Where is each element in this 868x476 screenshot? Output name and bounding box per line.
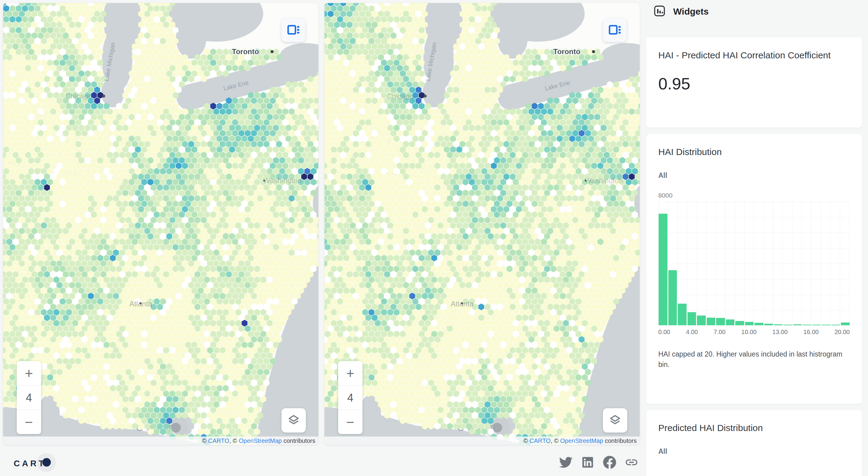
widget-title: Predicted HAI Distribution	[658, 421, 850, 435]
layers-icon	[609, 413, 622, 428]
linkedin-button[interactable]	[581, 456, 595, 470]
hexbin-map-canvas[interactable]	[3, 3, 318, 445]
zoom-in-button[interactable]: +	[17, 361, 41, 385]
widgets-icon	[654, 5, 665, 18]
histogram-bar[interactable]	[754, 323, 763, 325]
correlation-widget-card: HAI - Predicted HAI Correlation Coeffici…	[646, 37, 862, 128]
histogram-bar[interactable]	[707, 318, 715, 326]
carto-logo[interactable]: CART	[14, 454, 65, 472]
histogram-bar[interactable]	[832, 325, 840, 325]
carto-logo-dot	[42, 458, 51, 467]
zoom-out-button[interactable]: −	[338, 410, 363, 434]
histogram-bar[interactable]	[678, 304, 687, 325]
share-link-button[interactable]	[624, 456, 639, 470]
sidebar-title: Widgets	[673, 6, 709, 17]
widgets-sidebar[interactable]: Widgets HAI - Predicted HAI Correlation …	[645, 0, 868, 476]
histogram-bar[interactable]	[726, 319, 735, 325]
map-zoom-control[interactable]: + 4 −	[17, 361, 41, 434]
histogram-bar[interactable]	[841, 322, 850, 325]
hai-histogram[interactable]	[658, 202, 850, 326]
twitter-button[interactable]	[559, 456, 573, 470]
osm-attribution-link[interactable]: OpenStreetMap	[560, 437, 603, 444]
histogram-bar[interactable]	[803, 325, 811, 325]
facebook-icon	[603, 456, 616, 470]
y-axis-max-label: 8000	[658, 192, 850, 199]
histogram-bar[interactable]	[764, 324, 773, 325]
histogram-bar[interactable]	[687, 312, 696, 325]
x-tick-label: 13.00	[772, 329, 788, 336]
x-tick-label: 0.00	[658, 329, 670, 336]
plus-icon: +	[25, 366, 33, 380]
map-attribution: © CARTO, © OpenStreetMap contributors	[324, 437, 640, 445]
histogram-bar[interactable]	[697, 315, 706, 325]
hai-distribution-widget-card: HAI Distribution All 8000 0.004.007.0010…	[646, 134, 862, 404]
attribution-text: ©	[524, 437, 530, 444]
osm-attribution-link[interactable]: OpenStreetMap	[239, 437, 282, 444]
link-icon	[624, 455, 639, 470]
zoom-in-button[interactable]: +	[338, 361, 363, 385]
histogram-bar[interactable]	[812, 325, 821, 325]
filter-scope-label: All	[658, 171, 850, 180]
facebook-button[interactable]	[602, 456, 617, 470]
plus-icon: +	[346, 366, 354, 380]
basemap-layers-button[interactable]	[603, 408, 627, 433]
carto-logo-text: CART	[14, 459, 46, 468]
attribution-text: ©	[202, 437, 208, 444]
map-zoom-control[interactable]: + 4 −	[338, 361, 363, 434]
histogram-bar[interactable]	[822, 325, 831, 325]
correlation-value: 0.95	[658, 74, 850, 93]
filter-scope-label: All	[658, 447, 850, 456]
zoom-out-button[interactable]: −	[17, 410, 41, 434]
histogram-note: HAI capped at 20. Higher values included…	[658, 349, 850, 370]
twitter-icon	[559, 456, 572, 470]
x-tick-label: 20.00	[835, 329, 850, 336]
layers-icon	[287, 413, 300, 428]
histogram-x-axis: 0.004.007.0010.0013.0016.0020.00	[658, 329, 850, 336]
panel-toggle-button[interactable]	[281, 18, 305, 42]
panel-toggle-button[interactable]	[603, 18, 627, 42]
minus-icon: −	[25, 415, 33, 429]
widget-title: HAI - Predicted HAI Correlation Coeffici…	[658, 48, 850, 62]
map-predicted-hai[interactable]: + 4 − © CARTO, © OpenStreetMap contribut…	[324, 3, 640, 445]
x-tick-label: 4.00	[686, 329, 698, 336]
social-links	[559, 456, 639, 470]
x-tick-label: 10.00	[741, 329, 756, 336]
carto-attribution-link[interactable]: CARTO	[208, 437, 229, 444]
x-tick-label: 7.00	[714, 329, 725, 336]
zoom-level-indicator: 4	[338, 385, 363, 410]
panel-toggle-icon	[608, 23, 622, 38]
x-tick-label: 16.00	[804, 329, 819, 336]
widget-title: HAI Distribution	[658, 145, 850, 159]
histogram-bar[interactable]	[745, 322, 754, 325]
histogram-bar[interactable]	[716, 318, 725, 325]
zoom-level-indicator: 4	[17, 385, 41, 410]
basemap-layers-button[interactable]	[281, 408, 306, 433]
histogram-bar[interactable]	[659, 214, 668, 325]
histogram-bar[interactable]	[735, 321, 744, 325]
histogram-bar[interactable]	[783, 325, 792, 325]
map-attribution: © CARTO, © OpenStreetMap contributors	[3, 437, 318, 445]
minus-icon: −	[346, 415, 354, 429]
histogram-bar[interactable]	[668, 270, 677, 325]
histogram-bar[interactable]	[793, 324, 802, 325]
map-hai[interactable]: + 4 − © CARTO, © OpenStreetMap contribut…	[3, 3, 318, 445]
predicted-distribution-widget-card: Predicted HAI Distribution All	[646, 410, 862, 476]
panel-toggle-icon	[286, 23, 300, 38]
histogram-bar[interactable]	[774, 324, 783, 325]
linkedin-icon	[582, 456, 594, 469]
hexbin-map-canvas[interactable]	[324, 3, 640, 445]
carto-attribution-link[interactable]: CARTO	[530, 437, 551, 444]
sidebar-header: Widgets	[654, 5, 709, 18]
